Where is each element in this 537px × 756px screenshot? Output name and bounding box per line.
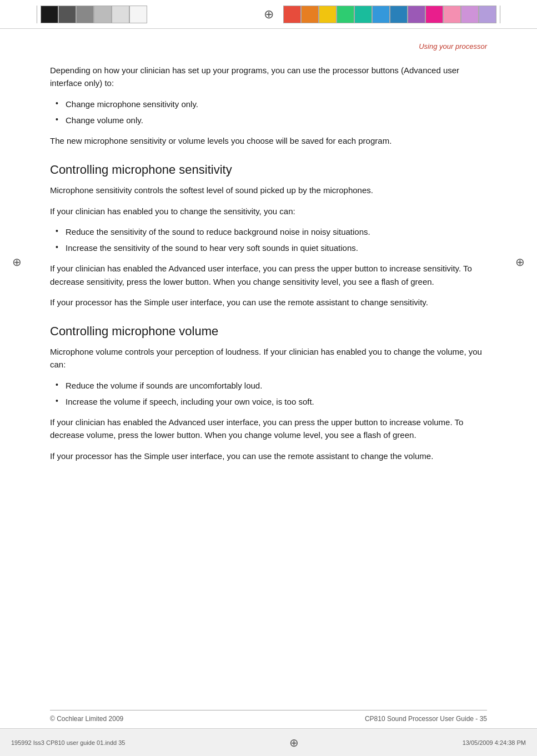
header-bar: ⊕ xyxy=(0,0,537,29)
sensitivity-bullet-list: Reduce the sensitivity of the sound to r… xyxy=(50,225,487,255)
right-divider xyxy=(500,6,500,23)
footer: © Cochlear Limited 2009 CP810 Sound Proc… xyxy=(50,710,487,723)
sensitivity-heading: Controlling microphone sensitivity xyxy=(50,163,487,177)
color-block-3 xyxy=(76,6,94,23)
page-content: Using your processor Depending on how yo… xyxy=(0,29,537,481)
color-block-r3 xyxy=(319,6,337,23)
center-compass-icon: ⊕ xyxy=(264,7,274,22)
sensitivity-p1: Microphone sensitivity controls the soft… xyxy=(50,184,487,196)
sensitivity-bullet-2: Increase the sensitivity of the sound to… xyxy=(50,241,487,254)
volume-heading: Controlling microphone volume xyxy=(50,324,487,339)
color-block-r6 xyxy=(372,6,390,23)
bottom-bar-compass-icon: ⊕ xyxy=(289,736,299,749)
sensitivity-bullet-1: Reduce the sensitivity of the sound to r… xyxy=(50,225,487,238)
color-block-4 xyxy=(94,6,112,23)
color-block-r7 xyxy=(390,6,408,23)
color-block-r9 xyxy=(425,6,443,23)
footer-page-info: CP810 Sound Processor User Guide - 35 xyxy=(365,715,487,723)
color-block-r8 xyxy=(408,6,425,23)
color-block-5 xyxy=(112,6,129,23)
header-right-blocks xyxy=(283,0,537,28)
intro-bullet-list: Change microphone sensitivity only. Chan… xyxy=(50,98,487,127)
volume-bullet-list: Reduce the volume if sounds are uncomfor… xyxy=(50,379,487,409)
color-block-r11 xyxy=(461,6,479,23)
intro-bullet-1: Change microphone sensitivity only. xyxy=(50,98,487,110)
bottom-bar-timestamp: 13/05/2009 4:24:38 PM xyxy=(463,739,526,746)
header-center-compass: ⊕ xyxy=(264,0,274,28)
volume-bullet-2: Increase the volume if speech, including… xyxy=(50,395,487,408)
color-block-r10 xyxy=(443,6,461,23)
sensitivity-p4: If your processor has the Simple user in… xyxy=(50,296,487,309)
right-color-blocks xyxy=(283,6,496,23)
intro-paragraph: Depending on how your clinician has set … xyxy=(50,64,487,90)
volume-p3: If your processor has the Simple user in… xyxy=(50,450,487,462)
section-header: Using your processor xyxy=(50,40,487,51)
color-block-r4 xyxy=(337,6,354,23)
bottom-bar-filename: 195992 Iss3 CP810 user guide 01.indd 35 xyxy=(11,739,126,746)
color-block-6 xyxy=(129,6,147,23)
color-block-2 xyxy=(58,6,76,23)
color-block-r2 xyxy=(301,6,319,23)
new-levels-paragraph: The new microphone sensitivity or volume… xyxy=(50,134,487,147)
footer-copyright: © Cochlear Limited 2009 xyxy=(50,715,123,723)
sensitivity-p3: If your clinician has enabled the Advanc… xyxy=(50,262,487,288)
intro-bullet-2: Change volume only. xyxy=(50,114,487,127)
color-block-r5 xyxy=(354,6,372,23)
bottom-bar: 195992 Iss3 CP810 user guide 01.indd 35 … xyxy=(0,728,537,756)
sensitivity-p2: If your clinician has enabled you to cha… xyxy=(50,205,487,218)
color-block-1 xyxy=(41,6,58,23)
header-left-blocks xyxy=(0,0,147,28)
color-block-r1 xyxy=(283,6,301,23)
volume-bullet-1: Reduce the volume if sounds are uncomfor… xyxy=(50,379,487,392)
color-block-r12 xyxy=(479,6,496,23)
left-divider xyxy=(37,6,37,23)
left-color-blocks xyxy=(41,6,147,23)
volume-p1: Microphone volume controls your percepti… xyxy=(50,345,487,371)
volume-p2: If your clinician has enabled the Advanc… xyxy=(50,416,487,442)
